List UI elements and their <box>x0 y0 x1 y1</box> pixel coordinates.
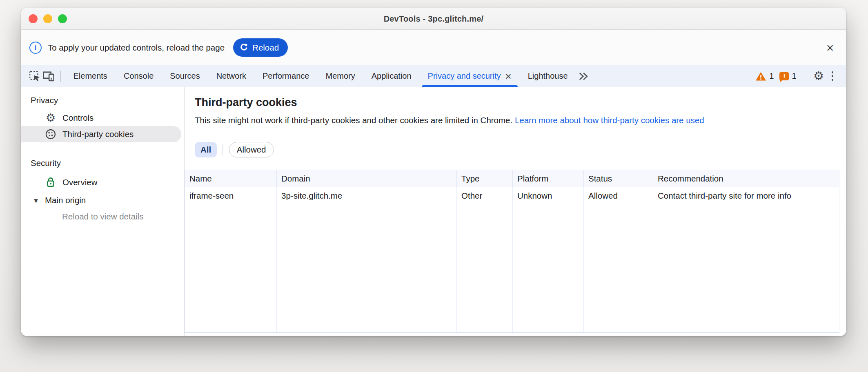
zoom-window-button[interactable] <box>58 14 67 23</box>
issue-count: 1 <box>792 71 796 81</box>
sidebar-item-label: Third-party cookies <box>62 129 134 139</box>
learn-more-link[interactable]: Learn more about how third-party cookies… <box>515 115 704 125</box>
description-text: This site might not work if third-party … <box>195 115 515 125</box>
toolbar-separator <box>807 71 808 82</box>
sidebar-item-controls[interactable]: ⚙ Controls <box>21 110 184 126</box>
lock-icon <box>45 177 56 188</box>
customize-menu-button[interactable] <box>826 69 839 83</box>
tab-console[interactable]: Console <box>116 65 162 87</box>
warning-count: 1 <box>769 71 774 81</box>
reload-icon <box>239 43 249 52</box>
column-header-domain[interactable]: Domain <box>277 170 457 187</box>
tab-sources[interactable]: Sources <box>162 65 208 87</box>
close-icon: × <box>826 40 834 55</box>
page-title: Third-party cookies <box>195 96 846 109</box>
sidebar-item-label: Controls <box>62 113 93 123</box>
inspect-element-button[interactable] <box>28 69 42 83</box>
more-tabs-button[interactable] <box>576 69 590 83</box>
reload-button[interactable]: Reload <box>233 38 288 57</box>
close-window-button[interactable] <box>29 14 38 23</box>
traffic-lights <box>29 14 67 23</box>
tab-privacy-and-security[interactable]: Privacy and security × <box>420 65 520 87</box>
warning-triangle-icon <box>755 71 766 81</box>
table-cell-type[interactable]: Other <box>457 187 513 332</box>
desktop-background: DevTools - 3pc.glitch.me/ i To apply you… <box>0 0 868 372</box>
selected-tab-underline <box>422 85 518 87</box>
reload-button-label: Reload <box>252 43 279 53</box>
page-description: This site might not work if third-party … <box>195 115 846 126</box>
sidebar-item-third-party-cookies[interactable]: Third-party cookies <box>21 126 181 142</box>
filter-chip-all[interactable]: All <box>195 142 217 157</box>
sidebar-item-overview[interactable]: Overview <box>21 174 184 190</box>
privacy-security-sidebar: Privacy ⚙ Controls T <box>21 87 185 336</box>
devtools-toolbar: Elements Console Sources Network Perform… <box>21 65 846 87</box>
sidebar-item-label: Overview <box>62 177 97 187</box>
filter-chip-allowed[interactable]: Allowed <box>229 142 274 157</box>
sidebar-item-main-origin[interactable]: ▾ Main origin <box>21 192 184 208</box>
chip-separator <box>223 144 223 155</box>
toolbar-right-cluster: 1 ! 1 ⚙ <box>755 69 839 83</box>
panel-content: Privacy ⚙ Controls T <box>21 87 846 336</box>
tab-lighthouse[interactable]: Lighthouse <box>520 65 576 87</box>
sidebar-reload-note: Reload to view details <box>21 208 184 225</box>
table-cell-domain[interactable]: 3p-site.glitch.me <box>277 187 457 332</box>
window-title: DevTools - 3pc.glitch.me/ <box>21 14 846 24</box>
gear-icon: ⚙ <box>45 113 56 124</box>
sidebar-section-privacy: Privacy <box>31 94 184 106</box>
warnings-badge[interactable]: 1 <box>755 71 774 81</box>
table-cell-recommendation[interactable]: Contact third-party site for more info <box>653 187 839 332</box>
infobar-close-button[interactable]: × <box>824 41 836 54</box>
tab-label: Network <box>216 71 246 81</box>
device-toolbar-icon <box>42 71 55 82</box>
minimize-window-button[interactable] <box>43 14 52 23</box>
infobar: i To apply your updated controls, reload… <box>21 30 846 65</box>
toolbar-separator <box>60 71 61 82</box>
tab-label: Performance <box>263 71 309 81</box>
column-header-name[interactable]: Name <box>185 170 277 187</box>
devtools-window: DevTools - 3pc.glitch.me/ i To apply you… <box>21 8 846 336</box>
tab-elements[interactable]: Elements <box>65 65 116 87</box>
tab-label: Console <box>124 71 154 81</box>
info-icon: i <box>29 42 42 54</box>
expander-triangle-icon[interactable]: ▾ <box>32 196 40 205</box>
double-chevron-icon <box>578 71 588 81</box>
issues-icon: ! <box>779 72 789 80</box>
table-cell-platform[interactable]: Unknown <box>513 187 584 332</box>
gear-icon: ⚙ <box>813 70 824 82</box>
sidebar-item-label: Main origin <box>45 195 86 205</box>
filter-chips: All Allowed <box>195 142 846 157</box>
column-header-platform[interactable]: Platform <box>513 170 584 187</box>
device-toolbar-button[interactable] <box>42 69 56 83</box>
table-cell-status[interactable]: Allowed <box>584 187 653 332</box>
titlebar[interactable]: DevTools - 3pc.glitch.me/ <box>21 8 846 30</box>
tab-label: Memory <box>326 71 355 81</box>
inspect-cursor-icon <box>29 70 41 82</box>
column-header-type[interactable]: Type <box>457 170 513 187</box>
tab-performance[interactable]: Performance <box>254 65 318 87</box>
tab-label: Lighthouse <box>528 71 568 81</box>
tab-label: Privacy and security <box>428 71 501 81</box>
table-cell-name[interactable]: iframe-seen <box>185 187 277 332</box>
kebab-menu-icon <box>832 71 834 81</box>
issues-badge[interactable]: ! 1 <box>779 71 796 81</box>
cookies-table: Name Domain Type Platform Status Recomme… <box>185 170 839 333</box>
tab-label: Sources <box>170 71 200 81</box>
sidebar-section-security: Security <box>31 157 184 169</box>
third-party-cookies-panel: Third-party cookies This site might not … <box>185 87 846 336</box>
tab-label: Application <box>372 71 412 81</box>
tab-memory[interactable]: Memory <box>318 65 363 87</box>
tab-network[interactable]: Network <box>208 65 254 87</box>
tab-label: Elements <box>73 71 107 81</box>
column-header-status[interactable]: Status <box>584 170 653 187</box>
settings-button[interactable]: ⚙ <box>812 69 826 83</box>
column-header-recommendation[interactable]: Recommendation <box>653 170 839 187</box>
tab-close-icon[interactable]: × <box>505 71 512 82</box>
infobar-message: To apply your updated controls, reload t… <box>48 43 225 53</box>
tab-application[interactable]: Application <box>363 65 420 87</box>
cookie-icon <box>45 128 56 140</box>
